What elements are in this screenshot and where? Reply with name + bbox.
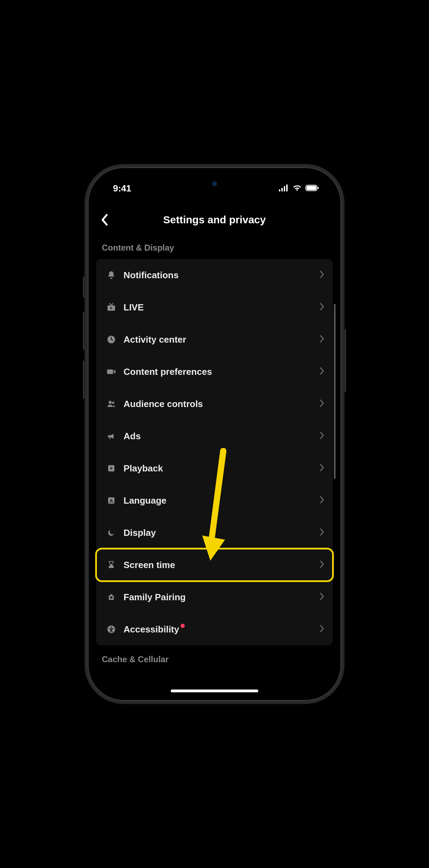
clock-icon <box>105 335 118 344</box>
menu-item-live[interactable]: LIVE <box>96 291 333 323</box>
svg-point-9 <box>112 402 114 404</box>
menu-item-display[interactable]: Display <box>96 517 333 549</box>
menu-label: Notifications <box>124 270 319 281</box>
svg-rect-5 <box>307 186 316 190</box>
menu-item-language[interactable]: A Language <box>96 484 333 517</box>
home-heart-icon <box>105 593 118 601</box>
phone-screen: 9:41 Settings and <box>92 172 337 696</box>
chevron-right-icon <box>319 366 324 377</box>
wifi-icon <box>292 183 302 194</box>
chevron-right-icon <box>319 463 324 474</box>
front-camera <box>212 181 217 186</box>
status-bar: 9:41 <box>92 178 337 199</box>
megaphone-icon <box>105 432 118 441</box>
chevron-right-icon <box>319 527 324 538</box>
svg-rect-2 <box>284 186 285 191</box>
settings-content: Content & Display Notifications <box>92 234 337 696</box>
menu-item-playback[interactable]: Playback <box>96 452 333 484</box>
menu-label: Audience controls <box>124 399 319 410</box>
video-camera-icon <box>105 367 118 376</box>
menu-label: Language <box>124 495 319 506</box>
menu-item-accessibility[interactable]: Accessibility <box>96 613 333 645</box>
moon-icon <box>105 528 118 537</box>
chevron-right-icon <box>319 624 324 635</box>
chevron-right-icon <box>319 334 324 345</box>
menu-label-text: Accessibility <box>124 624 179 635</box>
section-header-cache-cellular: Cache & Cellular <box>92 645 337 671</box>
menu-label: Screen time <box>124 560 319 570</box>
chevron-right-icon <box>319 495 324 506</box>
menu-item-activity-center[interactable]: Activity center <box>96 323 333 356</box>
status-time: 9:41 <box>113 183 131 194</box>
chevron-right-icon <box>319 399 324 410</box>
cellular-signal-icon <box>279 183 289 194</box>
menu-label: Playback <box>124 463 319 474</box>
notification-dot <box>181 624 185 628</box>
live-tv-icon <box>105 303 118 312</box>
battery-icon <box>305 183 319 194</box>
settings-list-group: Notifications LIVE <box>96 259 333 645</box>
menu-item-screen-time[interactable]: Screen time <box>96 549 333 581</box>
chevron-right-icon <box>319 302 324 313</box>
play-square-icon <box>105 464 118 472</box>
phone-frame: 9:41 Settings and <box>85 164 344 704</box>
menu-label: Family Pairing <box>124 592 319 603</box>
hourglass-icon <box>105 560 118 569</box>
menu-label: Accessibility <box>124 624 319 635</box>
menu-item-audience-controls[interactable]: Audience controls <box>96 388 333 420</box>
menu-item-family-pairing[interactable]: Family Pairing <box>96 581 333 613</box>
status-right <box>279 183 319 194</box>
scroll-indicator <box>334 304 336 479</box>
svg-point-8 <box>108 401 112 404</box>
section-header-content-display: Content & Display <box>92 234 337 259</box>
chevron-right-icon <box>319 560 324 570</box>
svg-point-14 <box>111 626 112 628</box>
menu-label: Activity center <box>124 334 319 345</box>
accessibility-icon <box>105 625 118 634</box>
back-button[interactable] <box>100 214 108 226</box>
home-indicator[interactable] <box>171 690 258 692</box>
chevron-right-icon <box>319 592 324 603</box>
menu-label: LIVE <box>124 302 319 313</box>
menu-item-notifications[interactable]: Notifications <box>96 259 333 291</box>
menu-label: Ads <box>124 431 319 442</box>
svg-rect-3 <box>286 184 288 191</box>
svg-rect-6 <box>318 187 319 189</box>
menu-label: Content preferences <box>124 366 319 377</box>
menu-item-ads[interactable]: Ads <box>96 420 333 452</box>
nav-header: Settings and privacy <box>92 206 337 234</box>
svg-rect-1 <box>281 188 283 191</box>
chevron-right-icon <box>319 431 324 442</box>
bell-icon <box>105 271 118 280</box>
chevron-right-icon <box>319 270 324 281</box>
menu-label: Display <box>124 527 319 538</box>
svg-rect-0 <box>279 189 280 191</box>
svg-text:A: A <box>110 498 113 504</box>
menu-item-content-preferences[interactable]: Content preferences <box>96 356 333 388</box>
people-icon <box>105 399 118 408</box>
letter-a-icon: A <box>105 496 118 505</box>
page-title: Settings and privacy <box>163 214 266 226</box>
